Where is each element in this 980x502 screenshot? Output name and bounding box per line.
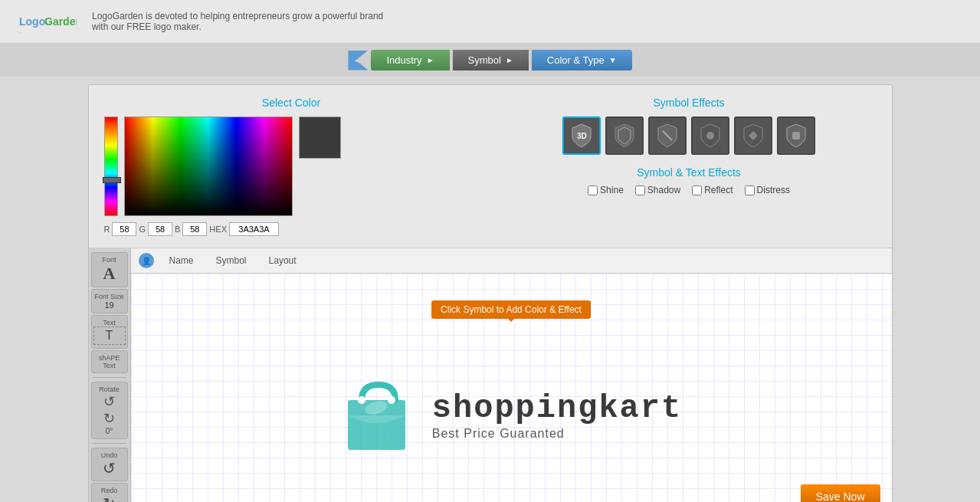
logo-main-text: shoppingkart: [432, 390, 682, 427]
color-picker-area: [104, 116, 479, 216]
rotate-ccw-button[interactable]: ↺: [103, 393, 115, 410]
header: Logo Garden . LogoGarden is devoted to h…: [0, 0, 980, 44]
rotate-cw-button[interactable]: ↻: [103, 410, 115, 427]
symbol-effects-title: Symbol Effects: [502, 97, 877, 109]
svg-rect-9: [388, 396, 395, 404]
distress-checkbox-label[interactable]: Distress: [745, 185, 790, 195]
shape-label: shAPE: [93, 354, 126, 362]
effect-icon-3[interactable]: [648, 116, 687, 155]
hue-slider-thumb: [103, 177, 121, 183]
redo-tool[interactable]: Redo ↻: [91, 483, 128, 502]
b-input[interactable]: [182, 222, 207, 236]
font-tool[interactable]: Font A: [91, 252, 128, 287]
font-label: Font: [93, 256, 126, 264]
text-tool[interactable]: Text T: [91, 315, 128, 349]
font-icon: A: [93, 264, 126, 284]
symbol-text-effects-title: Symbol & Text Effects: [502, 166, 877, 179]
color-inputs: R G B HEX: [104, 222, 479, 236]
rotate-tool: Rotate ↺ ↻ 0°: [91, 382, 128, 439]
effect-icon-1[interactable]: 3D: [562, 116, 601, 155]
toolbar-divider-1: [93, 377, 126, 378]
effects-checkboxes: Shine Shadow Reflect Distress: [502, 185, 877, 195]
font-size-label: Font Size: [93, 293, 126, 300]
effect-icon-2[interactable]: [605, 116, 644, 155]
color-gradient-box[interactable]: [124, 116, 293, 216]
logo-area: Logo Garden .: [15, 6, 77, 37]
shine-checkbox-label[interactable]: Shine: [588, 185, 624, 195]
logo-sub-text: Best Price Guaranted: [432, 427, 682, 441]
symbol-effects-icons: 3D: [502, 116, 877, 155]
color-selected-preview: [299, 116, 341, 159]
reflect-checkbox[interactable]: [692, 185, 702, 195]
nav-industry-button[interactable]: Industry ►: [371, 50, 449, 71]
save-button-area: Save Now Free Logo: [801, 484, 880, 502]
shape-tool[interactable]: shAPE Text: [91, 350, 128, 373]
toolbar: Font A Font Size 19 Text T shAPE Text Ro…: [89, 248, 131, 502]
tab-layout[interactable]: Layout: [260, 253, 306, 268]
tab-name[interactable]: Name: [160, 253, 203, 268]
nav-back-button[interactable]: ◄: [348, 51, 368, 71]
canvas-tabs: 👤 Name Symbol Layout: [131, 248, 892, 274]
nav-color-button[interactable]: Color & Type ▼: [532, 50, 632, 71]
logo-symbol-svg[interactable]: [340, 373, 417, 458]
lower-panel: Font A Font Size 19 Text T shAPE Text Ro…: [89, 248, 892, 502]
reflect-label: Reflect: [704, 185, 733, 195]
effect-icon-6[interactable]: [777, 116, 815, 155]
svg-text:Garden: Garden: [44, 15, 77, 28]
symbol-text-effects: Symbol & Text Effects Shine Shadow Refle…: [502, 166, 877, 195]
undo-tool[interactable]: Undo ↺: [91, 448, 128, 481]
reflect-checkbox-label[interactable]: Reflect: [692, 185, 733, 195]
nav-bar: ◄ Industry ► Symbol ► Color & Type ▼: [0, 44, 980, 77]
hue-slider[interactable]: [104, 116, 118, 216]
effect-icon-5[interactable]: [734, 116, 772, 155]
b-label: B: [175, 225, 180, 234]
shine-label: Shine: [600, 185, 624, 195]
nav-symbol-button[interactable]: Symbol ►: [453, 50, 529, 71]
main-container: Select Color R G B HEX Symbol Effec: [88, 84, 893, 502]
redo-icon: ↻: [93, 494, 126, 502]
svg-rect-8: [358, 396, 365, 404]
shape-sub-label: Text: [93, 362, 126, 369]
color-section: Select Color R G B HEX: [104, 97, 479, 236]
canvas-content: Click Symbol to Add Color & Effect: [131, 274, 892, 502]
svg-text:Logo: Logo: [19, 15, 45, 28]
tab-symbol[interactable]: Symbol: [207, 253, 256, 268]
shine-checkbox[interactable]: [588, 185, 598, 195]
svg-text:3D: 3D: [577, 132, 587, 140]
g-label: G: [139, 225, 146, 234]
logogarden-logo: Logo Garden .: [15, 6, 77, 37]
font-size-tool[interactable]: Font Size 19: [91, 289, 128, 313]
shadow-label: Shadow: [647, 185, 680, 195]
r-label: R: [104, 225, 110, 234]
effects-section: Symbol Effects 3D: [502, 97, 877, 236]
toolbar-divider-2: [93, 443, 126, 444]
shadow-checkbox[interactable]: [635, 185, 645, 195]
undo-label: Undo: [93, 451, 126, 459]
r-input[interactable]: [112, 222, 136, 236]
undo-icon: ↺: [93, 459, 126, 477]
rotate-value: 0°: [93, 427, 126, 435]
tooltip-bubble: Click Symbol to Add Color & Effect: [431, 300, 591, 319]
rotate-label: Rotate: [93, 386, 126, 393]
canvas-area: 👤 Name Symbol Layout Click Symbol to Add…: [131, 248, 892, 502]
g-input[interactable]: [148, 222, 172, 236]
text-icon: T: [93, 326, 126, 345]
hex-input[interactable]: [229, 222, 279, 236]
text-label: Text: [93, 319, 126, 326]
svg-rect-6: [792, 132, 800, 139]
hex-label: HEX: [209, 225, 227, 234]
effect-icon-4[interactable]: [691, 116, 729, 155]
logo-display: shoppingkart Best Price Guaranted: [340, 373, 682, 458]
save-now-button[interactable]: Save Now: [801, 484, 880, 502]
svg-text:.: .: [19, 28, 21, 34]
tab-user-icon: 👤: [139, 253, 154, 268]
top-panel: Select Color R G B HEX Symbol Effec: [89, 85, 892, 248]
svg-point-5: [706, 132, 714, 139]
shadow-checkbox-label[interactable]: Shadow: [635, 185, 680, 195]
distress-checkbox[interactable]: [745, 185, 755, 195]
redo-label: Redo: [93, 487, 126, 494]
font-size-value: 19: [93, 300, 126, 310]
logo-text-area: shoppingkart Best Price Guaranted: [432, 390, 682, 441]
distress-label: Distress: [757, 185, 790, 195]
header-tagline: LogoGarden is devoted to helping entrepr…: [92, 11, 398, 32]
